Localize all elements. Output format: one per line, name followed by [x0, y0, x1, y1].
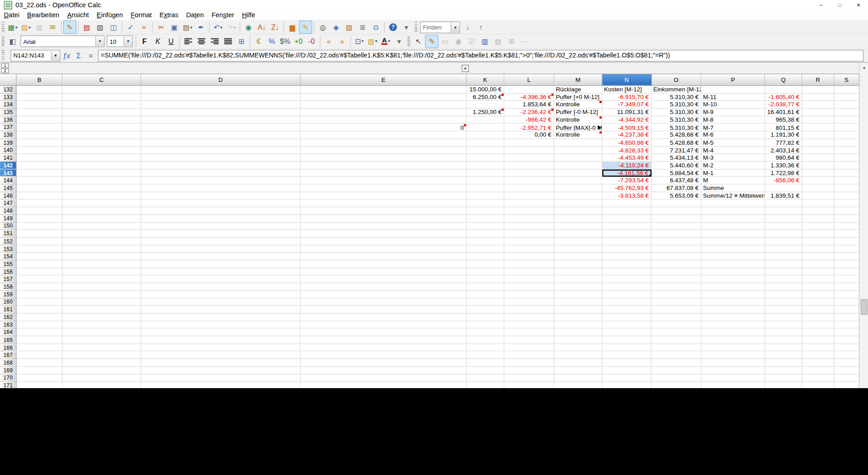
cell-E164[interactable]: [301, 329, 467, 337]
cell-E150[interactable]: [301, 223, 467, 230]
cell-C164[interactable]: [62, 329, 141, 337]
cell-M152[interactable]: [554, 238, 603, 245]
cell-N142[interactable]: -4.110,24 €: [602, 162, 651, 170]
cell-K150[interactable]: [467, 223, 504, 230]
cell-M142[interactable]: [554, 162, 603, 170]
cell-M166[interactable]: [554, 344, 603, 352]
row-header-133[interactable]: 133: [0, 94, 17, 101]
maximize-button[interactable]: □: [830, 0, 849, 10]
cell-C167[interactable]: [62, 352, 141, 359]
background-color-button[interactable]: ▨▾: [366, 35, 379, 48]
cell-B145[interactable]: [17, 185, 63, 192]
cell-B155[interactable]: [17, 261, 63, 268]
page-preview-button[interactable]: ◫: [107, 20, 120, 33]
cell-Q150[interactable]: [765, 223, 802, 230]
cell-L135[interactable]: -2.236,42 €: [505, 109, 554, 116]
cell-B156[interactable]: [17, 268, 63, 276]
cell-M154[interactable]: [554, 253, 603, 261]
cell-N170[interactable]: [602, 374, 651, 382]
toolbar-handle[interactable]: [2, 50, 5, 61]
row-header-142[interactable]: 142: [0, 162, 17, 170]
cell-M138[interactable]: Kontrolle: [554, 131, 603, 139]
cell-R145[interactable]: [802, 185, 834, 192]
cell-B132[interactable]: [17, 86, 63, 94]
cell-P143[interactable]: M-1: [701, 169, 765, 177]
cell-P149[interactable]: [701, 215, 765, 223]
cell-C163[interactable]: [62, 321, 141, 329]
row-header-140[interactable]: 140: [0, 147, 17, 154]
column-header-P[interactable]: P: [701, 74, 765, 86]
cell-N156[interactable]: [602, 268, 651, 276]
cell-O148[interactable]: [651, 207, 701, 215]
cell-D134[interactable]: [141, 101, 301, 109]
cell-K158[interactable]: [467, 283, 504, 291]
cell-S145[interactable]: [834, 185, 859, 192]
row-header-162[interactable]: 162: [0, 314, 17, 321]
cell-K152[interactable]: [467, 238, 504, 245]
cell-D163[interactable]: [141, 321, 301, 329]
cell-O141[interactable]: 5.434,13 €: [651, 154, 701, 162]
cell-D158[interactable]: [141, 283, 301, 291]
cell-B147[interactable]: [17, 200, 63, 207]
cell-E134[interactable]: [301, 101, 467, 109]
cell-Q134[interactable]: -2.038,77 €: [765, 101, 802, 109]
row-header-164[interactable]: 164: [0, 329, 17, 337]
cell-R154[interactable]: [802, 253, 834, 261]
cell-P153[interactable]: [701, 245, 765, 253]
cell-K165[interactable]: [467, 336, 504, 344]
cell-L133[interactable]: -4.396,36 €: [505, 94, 554, 101]
cell-K145[interactable]: [467, 185, 504, 192]
cell-O133[interactable]: 5.310,30 €: [651, 94, 701, 101]
cell-S156[interactable]: [834, 268, 859, 276]
cell-R142[interactable]: [802, 162, 834, 170]
cell-D170[interactable]: [141, 374, 301, 382]
cell-B140[interactable]: [17, 147, 63, 154]
cell-Q151[interactable]: [765, 230, 802, 238]
cell-Q170[interactable]: [765, 374, 802, 382]
cell-L164[interactable]: [505, 329, 554, 337]
cell-B159[interactable]: [17, 291, 63, 299]
cell-L166[interactable]: [505, 344, 554, 352]
cell-K132[interactable]: 15.000,00 €: [467, 86, 504, 94]
font-name-value[interactable]: Arial: [21, 38, 95, 45]
cell-L163[interactable]: [505, 321, 554, 329]
cell-K141[interactable]: [467, 154, 504, 162]
cell-D138[interactable]: [141, 131, 301, 139]
combo-box-control-button[interactable]: ▥: [478, 35, 491, 48]
cell-S133[interactable]: [834, 94, 859, 101]
cell-N169[interactable]: [602, 366, 651, 374]
cell-C140[interactable]: [62, 147, 141, 154]
cell-D145[interactable]: [141, 185, 301, 192]
cell-R135[interactable]: [802, 109, 834, 116]
cell-Q164[interactable]: [765, 329, 802, 337]
cell-Q147[interactable]: [765, 200, 802, 207]
cell-R169[interactable]: [802, 366, 834, 374]
cell-O171[interactable]: [651, 382, 701, 388]
cell-L154[interactable]: [505, 253, 554, 261]
cell-O138[interactable]: 5.428,68 €: [651, 131, 701, 139]
cell-D156[interactable]: [141, 268, 301, 276]
cell-N134[interactable]: -7.349,07 €: [602, 101, 651, 109]
format-paintbrush-button[interactable]: ✒: [194, 20, 208, 33]
cell-B150[interactable]: [17, 223, 63, 230]
cell-Q136[interactable]: 965,38 €: [765, 116, 802, 124]
cell-N162[interactable]: [602, 314, 651, 321]
find-value[interactable]: Finden: [421, 24, 451, 31]
cell-D168[interactable]: [141, 359, 301, 367]
cell-D166[interactable]: [141, 344, 301, 352]
find-input[interactable]: Finden▾: [420, 21, 460, 33]
font-size-combo[interactable]: 10▾: [107, 35, 133, 47]
cell-E148[interactable]: [301, 207, 467, 215]
cell-E133[interactable]: [301, 94, 467, 101]
cell-M162[interactable]: [554, 314, 603, 321]
cell-N135[interactable]: 11.091,31 €: [602, 109, 651, 116]
cell-R170[interactable]: [802, 374, 834, 382]
cell-M141[interactable]: [554, 154, 603, 162]
cell-C132[interactable]: [62, 86, 141, 94]
cell-R164[interactable]: [802, 329, 834, 337]
cell-P162[interactable]: [701, 314, 765, 321]
menu-format[interactable]: Format: [127, 10, 156, 20]
cell-O146[interactable]: 5.653,09 €: [651, 192, 701, 200]
row-header-143[interactable]: 143: [0, 169, 17, 177]
row-header-150[interactable]: 150: [0, 223, 17, 230]
